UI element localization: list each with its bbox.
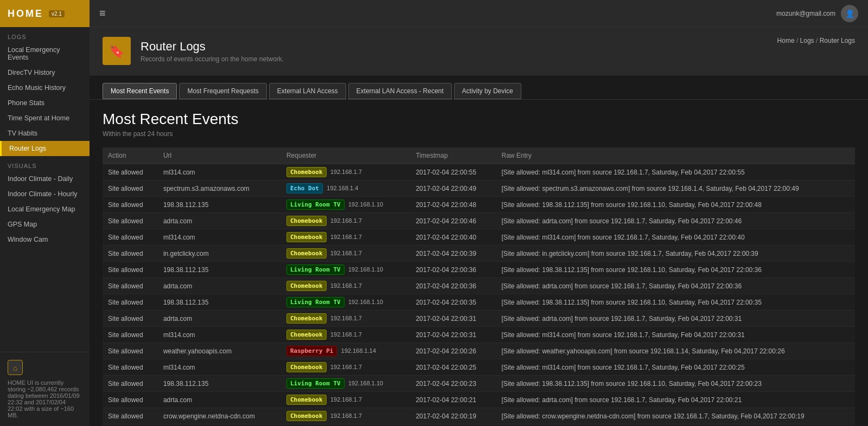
hamburger-button[interactable]: ≡: [99, 7, 106, 20]
sidebar-footer: ⌂ HOME UI is currently storing ~2,080,46…: [0, 352, 90, 426]
table-row: Site allowed crow.wpengine.netdna-cdn.co…: [103, 408, 855, 424]
cell-timestamp: 2017-02-04 22:00:40: [410, 229, 496, 246]
tabs-bar: Most Recent Events Most Frequent Request…: [90, 75, 868, 100]
sidebar-item-indoor-climate-hourly[interactable]: Indoor Climate - Hourly: [0, 186, 90, 202]
requester-ip: 192.168.1.14: [341, 347, 376, 354]
requester-badge: Living Room TV: [286, 378, 344, 389]
section-subtitle: Within the past 24 hours: [103, 130, 855, 138]
requester-badge: Raspberry Pi: [286, 346, 337, 356]
sidebar-item-directv-history[interactable]: DirecTV History: [0, 65, 90, 80]
sidebar-item-echo-music-history[interactable]: Echo Music History: [0, 80, 90, 95]
cell-requester: Living Room TV 192.168.1.10: [281, 294, 410, 311]
sidebar-item-time-spent-home[interactable]: Time Spent at Home: [0, 111, 90, 126]
cell-raw: [Site allowed: adrta.com] from source 19…: [496, 213, 856, 229]
cell-requester: Chomebook 192.168.1.7: [281, 359, 410, 376]
sidebar-item-router-logs[interactable]: Router Logs: [0, 141, 90, 156]
tab-activity-by-device[interactable]: Activity by Device: [454, 83, 521, 99]
sidebar-visuals-section: Visuals: [0, 156, 90, 171]
tab-external-lan-recent[interactable]: External LAN Access - Recent: [348, 83, 452, 99]
cell-timestamp: 2017-02-04 22:00:19: [410, 408, 496, 424]
cell-action: Site allowed: [103, 359, 158, 376]
table-row: Site allowed ml314.com Chomebook 192.168…: [103, 164, 855, 180]
requester-badge: Echo Dot: [286, 183, 323, 193]
tab-external-lan[interactable]: External LAN Access: [269, 83, 346, 99]
cell-requester: Chomebook 192.168.1.7: [281, 229, 410, 246]
topbar-right: mozunk@gmail.com 👤: [776, 5, 858, 22]
breadcrumb-logs[interactable]: Logs: [800, 37, 814, 44]
table-row: Site allowed adrta.com Chomebook 192.168…: [103, 311, 855, 327]
cell-action: Site allowed: [103, 327, 158, 343]
requester-ip: 192.168.1.10: [348, 380, 383, 386]
cell-action: Site allowed: [103, 311, 158, 327]
cell-requester: Living Room TV 192.168.1.10: [281, 262, 410, 278]
user-email: mozunk@gmail.com: [776, 10, 835, 17]
cell-requester: Chomebook 192.168.1.7: [281, 213, 410, 229]
table-row: Site allowed 198.38.112.135 Living Room …: [103, 294, 855, 311]
requester-ip: 192.168.1.7: [330, 412, 362, 419]
router-logs-icon: 🔖: [103, 37, 131, 65]
requester-ip: 192.168.1.10: [348, 201, 383, 208]
sidebar-item-phone-stats[interactable]: Phone Stats: [0, 95, 90, 111]
table-body: Site allowed ml314.com Chomebook 192.168…: [103, 164, 855, 427]
requester-ip: 192.168.1.7: [330, 364, 362, 370]
col-raw-entry: Raw Entry: [496, 147, 856, 164]
cell-timestamp: 2017-02-04 22:00:26: [410, 343, 496, 359]
table-row: Site allowed in.getclicky.com Chomebook …: [103, 246, 855, 262]
cell-url: spectrum.s3.amazonaws.com: [158, 180, 281, 197]
content-body: Most Recent Events Within the past 24 ho…: [90, 100, 868, 426]
cell-raw: [Site allowed: 198.38.112.135] from sour…: [496, 197, 856, 213]
breadcrumb-home[interactable]: Home: [777, 37, 795, 44]
cell-url: weather.yahooapis.com: [158, 343, 281, 359]
cell-url: ml314.com: [158, 359, 281, 376]
cell-action: Site allowed: [103, 343, 158, 359]
sidebar: HOME v2.1 Logs Local Emergency Events Di…: [0, 0, 90, 426]
table-row: Site allowed beacon.krxd.net Chomebook 1…: [103, 424, 855, 427]
events-table: Action Url Requester Timestmap Raw Entry…: [103, 147, 855, 426]
cell-timestamp: 2017-02-04 22:00:49: [410, 180, 496, 197]
table-header: Action Url Requester Timestmap Raw Entry: [103, 147, 855, 164]
requester-ip: 192.168.1.7: [330, 282, 362, 289]
sidebar-item-tv-habits[interactable]: TV Habits: [0, 126, 90, 141]
cell-raw: [Site allowed: ml314.com] from source 19…: [496, 327, 856, 343]
cell-raw: [Site allowed: adrta.com] from source 19…: [496, 392, 856, 408]
content-area: 🔖 Router Logs Records of events occuring…: [90, 27, 868, 426]
cell-url: adrta.com: [158, 392, 281, 408]
cell-timestamp: 2017-02-04 22:00:46: [410, 213, 496, 229]
sidebar-item-local-emergency-map[interactable]: Local Emergency Map: [0, 202, 90, 217]
cell-timestamp: 2017-02-04 22:00:39: [410, 246, 496, 262]
requester-ip: 192.168.1.7: [330, 331, 362, 338]
requester-badge: Chomebook: [286, 330, 327, 340]
page-subtitle: Records of events occuring on the home n…: [141, 55, 284, 63]
sidebar-footer-text: HOME UI is currently storing ~2,080,462 …: [8, 379, 82, 418]
cell-action: Site allowed: [103, 213, 158, 229]
cell-timestamp: 2017-02-04 22:00:36: [410, 278, 496, 294]
cell-action: Site allowed: [103, 262, 158, 278]
cell-requester: Echo Dot 192.168.1.4: [281, 180, 410, 197]
table-row: Site allowed ml314.com Chomebook 192.168…: [103, 359, 855, 376]
sidebar-logs-section: Logs: [0, 27, 90, 42]
col-action: Action: [103, 147, 158, 164]
table-row: Site allowed 198.38.112.135 Living Room …: [103, 197, 855, 213]
sidebar-item-gps-map[interactable]: GPS Map: [0, 217, 90, 232]
cell-url: adrta.com: [158, 213, 281, 229]
cell-url: 198.38.112.135: [158, 376, 281, 392]
cell-url: ml314.com: [158, 327, 281, 343]
cell-timestamp: 2017-02-04 22:00:35: [410, 294, 496, 311]
sidebar-header: HOME v2.1: [0, 0, 90, 27]
table-row: Site allowed adrta.com Chomebook 192.168…: [103, 213, 855, 229]
cell-timestamp: 2017-02-04 22:00:55: [410, 164, 496, 180]
cell-action: Site allowed: [103, 246, 158, 262]
sidebar-item-window-cam[interactable]: Window Cam: [0, 232, 90, 247]
cell-raw: [Site allowed: crow.wpengine.netdna-cdn.…: [496, 408, 856, 424]
cell-action: Site allowed: [103, 229, 158, 246]
cell-raw: [Site allowed: beacon.krxd.net] from sou…: [496, 424, 856, 427]
sidebar-version: v2.1: [49, 10, 65, 17]
tab-most-recent[interactable]: Most Recent Events: [103, 83, 177, 99]
sidebar-item-local-emergency-events[interactable]: Local Emergency Events: [0, 42, 90, 65]
requester-badge: Chomebook: [286, 411, 327, 421]
page-header: 🔖 Router Logs Records of events occuring…: [90, 27, 868, 75]
sidebar-item-indoor-climate-daily[interactable]: Indoor Climate - Daily: [0, 171, 90, 186]
tab-most-frequent[interactable]: Most Frequent Requests: [179, 83, 266, 99]
requester-ip: 192.168.1.7: [330, 169, 362, 175]
requester-badge: Chomebook: [286, 313, 327, 324]
